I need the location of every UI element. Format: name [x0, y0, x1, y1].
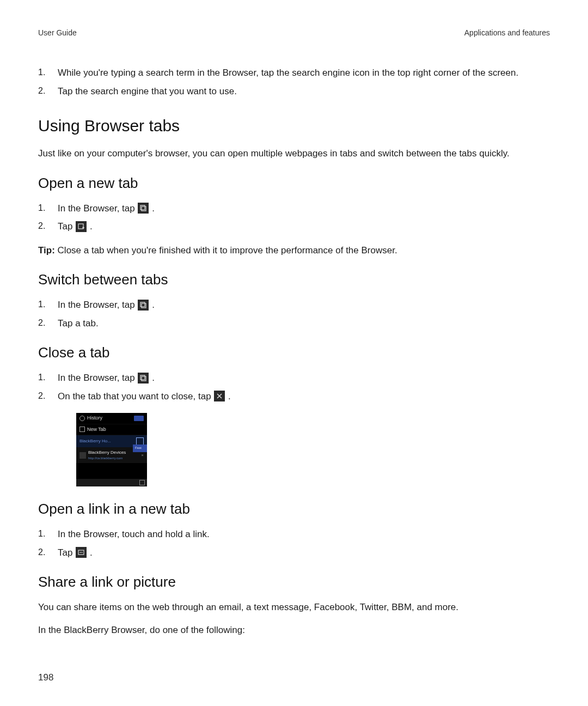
step-number: 2.: [38, 84, 58, 98]
list-item: 1. While you're typing a search term in …: [38, 66, 550, 80]
step-number: 1.: [38, 527, 58, 540]
text-fragment: Tap: [58, 547, 75, 558]
step-text: Tap .: [58, 220, 550, 234]
screenshot-thumbnail: [79, 452, 86, 459]
intro-steps-list: 1. While you're typing a search term in …: [38, 66, 550, 98]
heading-close-tab: Close a tab: [38, 342, 550, 363]
text-fragment: .: [152, 203, 155, 214]
list-item: 2. Tap a tab.: [38, 317, 550, 331]
step-number: 1.: [38, 66, 58, 79]
list-item: 2. On the tab that you want to close, ta…: [38, 389, 550, 404]
list-item: 1. In the Browser, tap .: [38, 371, 550, 385]
step-number: 2.: [38, 389, 58, 403]
text-fragment: .: [152, 300, 155, 310]
svg-point-13: [82, 552, 83, 553]
svg-rect-6: [142, 303, 146, 308]
svg-rect-2: [78, 224, 83, 229]
svg-rect-1: [142, 206, 146, 211]
page-header: User Guide Applications and features: [38, 27, 550, 39]
screenshot-side-label: Feat: [133, 445, 147, 452]
step-number: 1.: [38, 371, 58, 384]
text-fragment: .: [152, 373, 155, 383]
step-text: In the Browser, tap .: [58, 202, 550, 216]
svg-rect-7: [140, 375, 145, 380]
step-number: 1.: [38, 298, 58, 311]
screenshot-tab-text: BlackBerry Devices http://ca.blackberry.…: [88, 449, 126, 461]
svg-rect-8: [142, 376, 146, 381]
close-icon: ×: [141, 452, 144, 459]
text-fragment: http://ca.blackberry.com: [88, 456, 126, 461]
new-tab-icon: [79, 427, 85, 432]
step-number: 2.: [38, 317, 58, 330]
heading-switch-between-tabs: Switch between tabs: [38, 269, 550, 290]
header-left: User Guide: [38, 27, 77, 39]
screenshot-newtab-row: New Tab: [76, 424, 147, 436]
screenshot-highlight-box: [136, 437, 144, 445]
svg-rect-0: [140, 205, 145, 210]
step-text: Tap a tab.: [58, 317, 550, 331]
text-fragment: On the tab that you want to close, tap: [58, 391, 213, 401]
tabs-icon: [139, 480, 145, 485]
heading-using-browser-tabs: Using Browser tabs: [38, 113, 550, 138]
text-fragment: Tap: [58, 221, 75, 232]
text-fragment: .: [90, 221, 93, 232]
list-item: 2. Tap .: [38, 220, 550, 234]
heading-share-link: Share a link or picture: [38, 571, 550, 593]
svg-point-12: [80, 552, 81, 553]
tabs-icon: [138, 203, 149, 214]
svg-rect-11: [78, 550, 84, 555]
open-in-new-tab-icon: [76, 547, 87, 558]
step-number: 2.: [38, 546, 58, 559]
header-right: Applications and features: [464, 27, 550, 39]
step-text: In the Browser, tap .: [58, 298, 550, 312]
paragraph: In the BlackBerry Browser, do one of the…: [38, 623, 550, 637]
step-text: In the Browser, touch and hold a link.: [58, 527, 550, 541]
list-item: 1. In the Browser, touch and hold a link…: [38, 527, 550, 541]
step-text: On the tab that you want to close, tap .: [58, 389, 550, 404]
tabs-icon: [138, 300, 149, 311]
svg-rect-5: [140, 302, 145, 307]
step-number: 2.: [38, 220, 58, 233]
paragraph: Just like on your computer's browser, yo…: [38, 147, 550, 161]
page-number: 198: [38, 671, 53, 685]
switch-tabs-steps: 1. In the Browser, tap . 2. Tap a tab.: [38, 298, 550, 330]
step-text: Tap the search engine that you want to u…: [58, 84, 550, 99]
open-link-steps: 1. In the Browser, touch and hold a link…: [38, 527, 550, 559]
screenshot-newtab-label: New Tab: [87, 426, 106, 434]
text-fragment: .: [90, 547, 93, 558]
close-icon: [214, 391, 225, 401]
text-fragment: In the Browser, tap: [58, 300, 137, 310]
paragraph: You can share items on the web through a…: [38, 600, 550, 614]
list-item: 1. In the Browser, tap .: [38, 202, 550, 216]
text-fragment: BlackBerry Devices: [88, 450, 126, 455]
screenshot-history-row: History: [76, 413, 147, 424]
tabs-screenshot: History New Tab BlackBerry Ho... BlackBe…: [76, 413, 147, 486]
tip-text: Close a tab when you're finished with it…: [58, 245, 397, 255]
heading-open-link-new-tab: Open a link in a new tab: [38, 498, 550, 520]
new-tab-icon: [76, 221, 87, 232]
screenshot-footer: [76, 479, 147, 486]
tip-paragraph: Tip: Close a tab when you're finished wi…: [38, 244, 550, 258]
text-fragment: .: [228, 391, 231, 401]
list-item: 1. In the Browser, tap .: [38, 298, 550, 312]
list-item: 2. Tap .: [38, 546, 550, 560]
list-item: 2. Tap the search engine that you want t…: [38, 84, 550, 99]
screenshot-tab-title: BlackBerry Ho...: [79, 438, 111, 445]
step-number: 1.: [38, 202, 58, 215]
screenshot-pill: [134, 416, 144, 421]
step-text: In the Browser, tap .: [58, 371, 550, 385]
text-fragment: In the Browser, tap: [58, 203, 137, 214]
open-new-tab-steps: 1. In the Browser, tap . 2. Tap .: [38, 202, 550, 234]
close-tab-steps: 1. In the Browser, tap . 2. On the tab t…: [38, 371, 550, 403]
text-fragment: In the Browser, tap: [58, 373, 137, 383]
screenshot-history-label: History: [87, 415, 102, 422]
heading-open-new-tab: Open a new tab: [38, 173, 550, 194]
tip-label: Tip:: [38, 245, 58, 255]
step-text: While you're typing a search term in the…: [58, 66, 550, 80]
step-text: Tap .: [58, 546, 550, 560]
clock-icon: [79, 416, 85, 421]
tabs-icon: [138, 373, 149, 384]
